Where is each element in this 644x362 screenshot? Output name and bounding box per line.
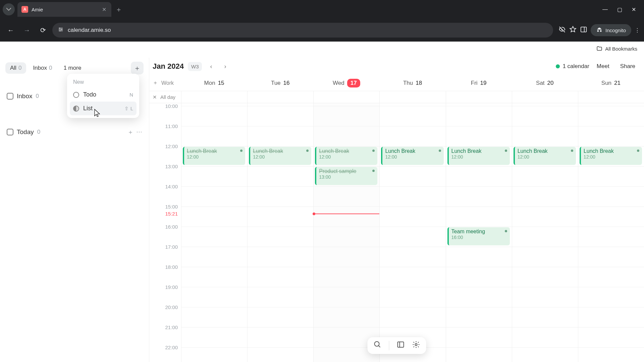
day-header[interactable]: Sun 21 (578, 79, 644, 87)
allday-cell[interactable] (446, 91, 512, 103)
day-header[interactable]: Tue 16 (247, 79, 313, 87)
calendar-event[interactable]: Product sample13:00 (315, 167, 377, 185)
incognito-icon (596, 27, 603, 34)
today-more-button[interactable]: ⋯ (136, 128, 142, 136)
bookmark-star-icon[interactable] (569, 26, 577, 35)
forward-button[interactable]: → (20, 23, 34, 37)
sidebar-tab-all[interactable]: All 0 (5, 62, 26, 74)
back-button[interactable]: ← (4, 23, 17, 37)
day-num: 21 (614, 80, 621, 86)
browser-tab[interactable]: A Amie ✕ (17, 2, 111, 17)
share-button[interactable]: Share (617, 61, 639, 72)
hour-line (181, 347, 247, 348)
allday-cell[interactable] (578, 91, 644, 103)
calendar-event[interactable]: Lunch Break12:00 (183, 147, 245, 165)
day-column[interactable]: Lunch Break12:00 (379, 103, 445, 362)
add-today-button[interactable]: ＋ (127, 128, 133, 136)
search-button[interactable] (373, 341, 381, 351)
toggle-panel-button[interactable] (396, 341, 405, 351)
hour-line (446, 106, 512, 106)
reload-button[interactable]: ⟳ (36, 23, 50, 37)
sidebar-section-today[interactable]: Today 0 ＋ ⋯ (0, 124, 149, 140)
calendar-event[interactable]: Lunch Break12:00 (381, 147, 443, 165)
hour-line (578, 327, 644, 327)
time-label: 11:00 (165, 123, 178, 129)
allday-cell[interactable] (512, 91, 578, 103)
calendar-event[interactable]: Lunch Break12:00 (514, 147, 576, 165)
tab-close-button[interactable]: ✕ (101, 6, 107, 13)
allday-cell[interactable] (379, 91, 445, 103)
sidebar-tab-inbox[interactable]: Inbox 0 (28, 62, 57, 74)
incognito-badge[interactable]: Incognito (591, 24, 631, 36)
day-header[interactable]: Mon 15 (181, 79, 247, 87)
hour-line (248, 247, 313, 247)
hour-line (446, 327, 512, 327)
allday-cell[interactable] (313, 91, 379, 103)
visibility-off-icon[interactable] (558, 26, 566, 35)
hour-line (314, 327, 379, 327)
event-title: Product sample (319, 168, 375, 174)
calendar-event[interactable]: Team meeting16:00 (447, 227, 510, 245)
next-week-button[interactable]: › (220, 61, 230, 71)
meet-button[interactable]: Meet (593, 61, 613, 72)
event-time: 12:00 (385, 154, 441, 160)
calendar-count[interactable]: 1 calendar (556, 63, 589, 70)
circle-icon (73, 92, 79, 98)
all-bookmarks-button[interactable]: All Bookmarks (594, 44, 640, 53)
day-column[interactable]: Lunch Break12:00 (181, 103, 247, 362)
day-header[interactable]: Fri 19 (446, 79, 512, 87)
hour-line (380, 146, 445, 146)
hour-line (578, 206, 644, 207)
hour-line (314, 146, 379, 146)
hour-line (446, 146, 512, 146)
allday-cell[interactable] (181, 91, 247, 103)
day-column[interactable]: Lunch Break12:00 (512, 103, 578, 362)
url-text: calendar.amie.so (68, 27, 548, 34)
day-num: 17 (347, 79, 360, 87)
hour-line (512, 267, 578, 267)
browser-menu-button[interactable]: ⋮ (635, 27, 640, 34)
new-menu-todo[interactable]: Todo N (70, 88, 137, 102)
minimize-button[interactable]: — (602, 6, 608, 12)
day-column[interactable]: Lunch Break12:00Product sample13:00 (313, 103, 379, 362)
allday-cell[interactable] (247, 91, 313, 103)
add-work-button[interactable]: ＋ (153, 79, 158, 86)
day-header[interactable]: Wed 17 (313, 79, 379, 87)
side-panel-icon[interactable] (580, 26, 587, 35)
day-header[interactable]: Sat 20 (512, 79, 578, 87)
svg-line-6 (378, 346, 380, 347)
hour-line (512, 206, 578, 207)
day-header[interactable]: Thu 18 (379, 79, 445, 87)
tabs-search-button[interactable] (3, 3, 15, 15)
time-label: 10:00 (165, 103, 178, 109)
calendar-event[interactable]: Lunch Break12:00 (315, 147, 377, 165)
svg-point-1 (61, 29, 62, 30)
day-column[interactable]: Lunch Break12:00Team meeting16:00 (446, 103, 512, 362)
prev-week-button[interactable]: ‹ (206, 61, 216, 71)
sidebar-tab-more[interactable]: 1 more (59, 62, 86, 74)
day-num: 19 (480, 80, 487, 86)
time-label: 14:00 (165, 184, 178, 189)
collapse-allday-button[interactable]: ✕ (153, 94, 157, 100)
calendar-event[interactable]: Lunch Break12:00 (447, 147, 510, 165)
day-column[interactable]: Lunch Break12:00 (578, 103, 644, 362)
day-num: 15 (218, 80, 224, 86)
hour-line (512, 106, 578, 106)
address-bar[interactable]: calendar.amie.so (52, 23, 553, 38)
calendar-grid[interactable]: 10:0011:0012:0013:0014:0015:0016:0017:00… (149, 103, 644, 362)
close-window-button[interactable]: ✕ (632, 6, 636, 13)
svg-rect-7 (397, 342, 404, 347)
calendar-event[interactable]: Lunch Break12:00 (580, 147, 642, 165)
hour-line (314, 267, 379, 267)
new-menu-list[interactable]: List ⇧ L (70, 102, 137, 115)
day-column[interactable]: Lunch Break12:00 (247, 103, 313, 362)
hour-line (446, 206, 512, 207)
maximize-button[interactable]: ▢ (617, 6, 622, 13)
event-title: Lunch Break (518, 148, 573, 154)
site-info-icon[interactable] (58, 26, 64, 34)
new-tab-button[interactable]: ＋ (115, 5, 122, 14)
new-menu-todo-label: Todo (83, 91, 96, 98)
settings-button[interactable] (412, 341, 420, 351)
sidebar-add-button[interactable]: ＋ (131, 62, 144, 74)
calendar-event[interactable]: Lunch Break12:00 (249, 147, 311, 165)
